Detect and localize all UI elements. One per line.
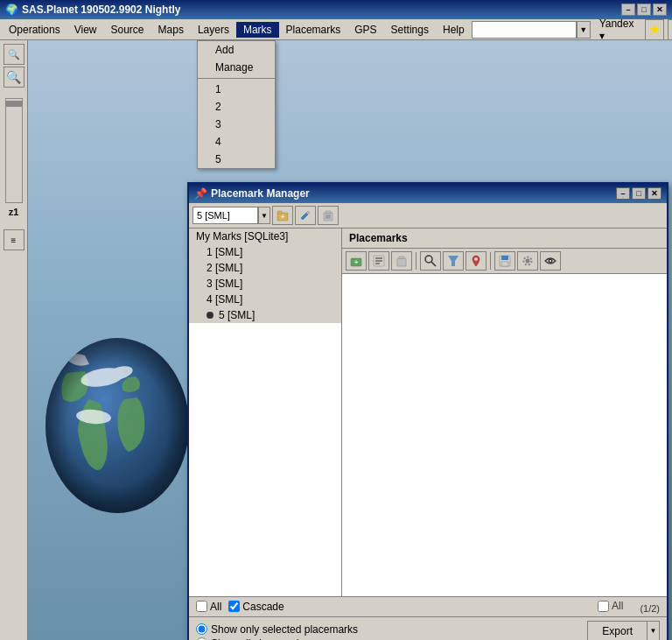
pm-add-button[interactable]: + (272, 206, 293, 225)
pm-sml-combo-input[interactable]: 5 [SML] (192, 207, 258, 224)
svg-point-6 (46, 338, 189, 513)
export-button-group: Export ▼ (587, 621, 660, 641)
pm-footer-right: All (1/2) (598, 600, 660, 614)
export-button[interactable]: Export (587, 621, 648, 641)
zoom-in-button[interactable]: 🔍 (4, 44, 24, 65)
filter-icon (447, 255, 459, 267)
sml-item-3[interactable]: 3 [SML] (200, 276, 341, 292)
pm-options: Show only selected placemarks Show all p… (189, 616, 667, 641)
pm-placemarks-list (342, 274, 667, 596)
marks-item-2[interactable]: 2 (198, 98, 275, 116)
menu-help[interactable]: Help (436, 22, 472, 38)
pm-radio-all[interactable]: Show all placemarks (196, 637, 580, 641)
pm-radio-selected[interactable]: Show only selected placemarks (196, 623, 580, 636)
toolbar-separator-2 (490, 252, 491, 270)
zoom-level-label: z1 (7, 205, 21, 219)
sml-item-1[interactable]: 1 [SML] (200, 244, 341, 260)
yandex-dropdown-button[interactable]: ▼ (577, 21, 591, 39)
pm-save-button[interactable] (494, 251, 515, 271)
svg-rect-29 (501, 262, 508, 266)
pm-all-left-checkbox[interactable]: All (196, 601, 221, 613)
pm-cascade-checkbox[interactable]: Cascade (228, 601, 284, 613)
pm-maximize-button[interactable]: □ (632, 187, 646, 200)
pm-radio-selected-input[interactable] (196, 623, 207, 635)
cursor-tool-button[interactable] (668, 19, 672, 40)
ruler-scale (5, 98, 23, 203)
pm-sml-combo-dropdown-button[interactable]: ▼ (258, 207, 270, 224)
pm-title-icon: 📌 (194, 187, 207, 200)
menu-maps[interactable]: Maps (151, 22, 191, 38)
pm-all-left-check-input[interactable] (196, 601, 207, 612)
pm-filter-button[interactable] (443, 251, 464, 271)
svg-point-30 (526, 259, 530, 264)
pm-all-left-label: All (210, 601, 221, 613)
pm-close-button[interactable]: ✕ (648, 187, 662, 200)
pm-placemarks-header: Placemarks (342, 229, 667, 249)
menu-operations[interactable]: Operations (2, 22, 67, 38)
pm-settings-button[interactable] (517, 251, 538, 271)
pm-delete-button[interactable] (318, 206, 339, 225)
marks-item-4[interactable]: 4 (198, 133, 275, 151)
pm-delete-placemark-button[interactable] (391, 251, 412, 271)
menu-gps[interactable]: GPS (347, 22, 383, 38)
sml-dropdown-menu: My Marks [SQLite3] 1 [SML] 2 [SML] 3 [SM… (189, 229, 341, 323)
marks-add-item[interactable]: Add (198, 41, 275, 59)
add-folder-icon: + (276, 209, 289, 222)
pm-title-bar[interactable]: 📌 Placemark Manager – □ ✕ (189, 184, 667, 203)
yandex-label[interactable]: Yandex ▾ (596, 18, 641, 42)
pm-radio-all-label: Show all placemarks (211, 637, 307, 641)
app-title: SAS.Planet 190502.9902 Nightly (22, 4, 180, 16)
svg-rect-21 (397, 258, 406, 266)
sml-item-4[interactable]: 4 [SML] (200, 292, 341, 307)
export-dropdown-button[interactable]: ▼ (648, 621, 660, 641)
sml-item-2[interactable]: 2 [SML] (200, 260, 341, 276)
pm-right-toolbar: + (342, 249, 667, 274)
sml-item-5[interactable]: 5 [SML] (200, 307, 341, 323)
pm-eye-button[interactable] (540, 251, 561, 271)
app-icon: 🌍 (5, 4, 18, 16)
minimize-button[interactable]: – (621, 4, 635, 16)
pin-icon (470, 255, 482, 267)
delete-placemark-icon (396, 255, 408, 267)
menu-marks[interactable]: Marks (236, 22, 279, 38)
layer-button[interactable]: ≡ (4, 229, 24, 250)
menu-bar: Operations View Source Maps Layers Marks… (0, 19, 672, 40)
menu-layers[interactable]: Layers (191, 22, 236, 38)
svg-point-23 (425, 256, 432, 263)
edit-placemark-icon (373, 255, 385, 267)
menu-view[interactable]: View (67, 22, 104, 38)
pm-cascade-check-input[interactable] (228, 601, 240, 612)
search-button[interactable]: 🔍 (4, 67, 24, 88)
pm-all-right-checkbox[interactable]: All (598, 600, 623, 612)
pm-options-right: Export ▼ Import (587, 621, 660, 641)
toolbar-separator-1 (416, 252, 416, 270)
pm-add-placemark-button[interactable]: + (346, 251, 367, 271)
close-button[interactable]: ✕ (653, 4, 667, 16)
menu-source[interactable]: Source (104, 22, 151, 38)
svg-rect-28 (501, 256, 508, 260)
menu-settings[interactable]: Settings (384, 22, 436, 38)
placemark-manager-window: 📌 Placemark Manager – □ ✕ 5 [SML] ▼ + (187, 182, 668, 640)
yandex-search-input[interactable] (472, 21, 577, 39)
marks-item-5[interactable]: 5 (198, 151, 275, 168)
menu-placemarks[interactable]: Placemarks (279, 22, 348, 38)
svg-line-24 (431, 262, 436, 266)
pm-pin-button[interactable] (466, 251, 486, 271)
marks-item-3[interactable]: 3 (198, 116, 275, 133)
marks-dropdown-menu: Add Manage 1 2 3 4 5 (197, 40, 276, 169)
dropdown-separator (198, 78, 275, 79)
marks-manage-item[interactable]: Manage (198, 59, 275, 76)
pm-edit-button[interactable] (295, 206, 316, 225)
marks-item-1[interactable]: 1 (198, 81, 275, 98)
pm-minimize-button[interactable]: – (616, 187, 630, 200)
save-icon (499, 255, 511, 267)
svg-point-26 (474, 257, 478, 261)
pm-title-label: Placemark Manager (211, 187, 310, 200)
pm-edit-placemark-button[interactable] (368, 251, 389, 271)
pm-search-button[interactable] (420, 251, 441, 271)
pm-all-right-check-input[interactable] (598, 601, 609, 612)
sml-item-sqlite[interactable]: My Marks [SQLite3] (189, 229, 341, 244)
svg-point-33 (550, 260, 551, 262)
favorites-star-button[interactable]: ★ (645, 19, 664, 40)
maximize-button[interactable]: □ (637, 4, 651, 16)
